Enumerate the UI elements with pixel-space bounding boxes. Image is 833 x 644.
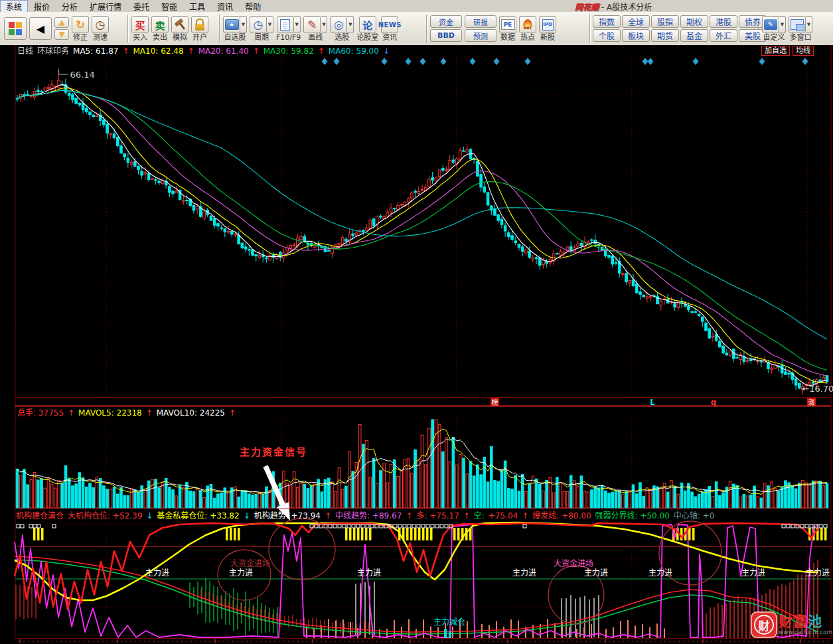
chevron-down-icon[interactable]: ▼ (347, 16, 354, 33)
market-global-button[interactable]: 全球 (622, 15, 650, 28)
toolbar-button-label: 周期 (254, 34, 269, 41)
back-button[interactable]: ◀ (29, 17, 52, 40)
svg-text:主力资金信号: 主力资金信号 (240, 446, 307, 458)
menu-help[interactable]: 帮助 (239, 0, 267, 13)
gavel-icon (173, 18, 187, 31)
toolbar-group: 资金BBD研报预测PE数据HOT热点IPO新股 (429, 12, 558, 45)
research-report-button[interactable]: 研报 (465, 15, 496, 28)
buy-button[interactable]: 买买入 (131, 16, 149, 41)
toolbar-group: ★▼自选股◷▼周期▼F10/F9✎▼画线◎▼选股论论股堂NEWS资讯 (222, 12, 400, 45)
menu-system[interactable]: 系统 (0, 0, 28, 13)
svg-text:66.14: 66.14 (70, 70, 95, 80)
chevron-down-icon[interactable]: ▼ (806, 16, 812, 33)
doc-icon (280, 19, 290, 31)
market-sectors-button[interactable]: 板块 (622, 29, 650, 42)
header-segment: ↑ (68, 408, 74, 418)
toolbar: ◀▲▼↻修正◷测速买买入卖卖出模拟开户★▼自选股◷▼周期▼F10/F9✎▼画线◎… (0, 12, 833, 46)
header-segment: 中心轴: +0 (674, 511, 715, 521)
menu-analysis[interactable]: 分析 (56, 0, 84, 13)
forum-button[interactable]: 论论股堂 (356, 16, 378, 41)
f10-f9-button[interactable]: ▼F10/F9 (276, 16, 301, 41)
chevron-down-icon[interactable]: ▼ (240, 16, 247, 33)
menu-tools[interactable]: 工具 (183, 0, 211, 13)
app-grid-button[interactable] (4, 17, 27, 40)
header-segment: MA20: 61.40 (198, 46, 249, 56)
simulation-button[interactable]: 模拟 (171, 16, 189, 41)
correction-button[interactable]: ↻修正 (72, 16, 89, 41)
header-segment: 中线趋势: +89.67 (335, 511, 402, 521)
svg-text:主力进: 主力进 (648, 568, 672, 578)
page-down-icon[interactable]: ▼ (54, 29, 69, 40)
header-segment: MAVOL10: 24225 (157, 408, 225, 418)
new-shares-button[interactable]: IPO新股 (539, 16, 556, 41)
toolbar-separator (589, 15, 590, 42)
header-segment: MAVOL5: 22318 (78, 408, 142, 418)
market-stocks-button[interactable]: 个股 (593, 29, 621, 42)
header-segment: ↑ (318, 46, 325, 56)
page-up-down-buttons[interactable]: ▲▼ (54, 17, 69, 40)
market-funds-button[interactable]: 基金 (680, 29, 708, 42)
market-stock-index-futures-button[interactable]: 股指 (651, 15, 679, 28)
target-icon: ◎ (334, 19, 344, 31)
refresh-icon: ↻ (76, 19, 85, 31)
multiwindow-icon (791, 19, 804, 30)
market-index-button[interactable]: 指数 (593, 15, 621, 28)
header-segment: +75.04 (489, 511, 518, 521)
menu-bar: 系统 报价 分析 扩展行情 委托 智能 工具 资讯 帮助 同花顺 - A股技术分… (0, 0, 833, 13)
market-options-button[interactable]: 期权 (680, 15, 708, 28)
funds-button[interactable]: 资金 (430, 15, 462, 28)
toolbar-button-label: 热点 (520, 34, 535, 41)
forecast-button[interactable]: 预测 (465, 29, 496, 42)
news-button[interactable]: NEWS资讯 (381, 16, 398, 41)
header-segment: MA10: 62.48 (133, 46, 184, 56)
page-up-icon[interactable]: ▲ (54, 17, 69, 28)
period-button[interactable]: ◷▼周期 (250, 16, 273, 41)
stock-picker-button[interactable]: ◎▼选股 (330, 16, 354, 41)
chevron-down-icon[interactable]: ▼ (294, 16, 301, 33)
menu-extended-quotes[interactable]: 扩展行情 (84, 0, 127, 13)
ma-toggle-button[interactable]: 均线 (793, 46, 814, 56)
chevron-down-icon[interactable]: ▼ (267, 16, 273, 33)
data-button[interactable]: PE数据 (499, 16, 516, 41)
chart-canvas[interactable]: 66.14←16.70榜Lq涨主力资金信号主力进主力进主力进主力进主力进主力进主… (0, 45, 833, 644)
toolbar-button-label: 自定义 (763, 34, 785, 41)
toolbar-group: ✎▼自定义▼多窗口 (761, 12, 814, 45)
toolbar-button-label: 修正 (73, 34, 88, 41)
news-icon: NEWS (378, 21, 402, 29)
draw-line-button[interactable]: ✎▼画线 (303, 16, 327, 41)
sell-button[interactable]: 卖卖出 (151, 16, 169, 41)
hot-icon: HOT (523, 19, 532, 30)
customize-button[interactable]: ✎▼自定义 (762, 16, 786, 41)
svg-text:大资金进场: 大资金进场 (230, 558, 270, 568)
market-forex-button[interactable]: 外汇 (710, 29, 737, 42)
toolbar-group: 指数全球股指期权港股债券个股板块期货基金外汇美股 (592, 12, 767, 45)
forum-icon: 论 (362, 18, 372, 32)
header-segment: ↑ (406, 511, 412, 521)
svg-text:主力减仓: 主力减仓 (433, 617, 465, 627)
menu-smart[interactable]: 智能 (155, 0, 183, 13)
open-account-button[interactable]: 开户 (191, 16, 208, 41)
header-segment: ↑ (253, 46, 260, 56)
multi-window-button[interactable]: ▼多窗口 (789, 16, 812, 41)
watchlist-button[interactable]: ★▼自选股 (223, 16, 247, 41)
hotspot-button[interactable]: HOT热点 (519, 16, 536, 41)
back-arrow-icon: ◀ (37, 23, 44, 35)
folder-star-icon: ★ (225, 19, 239, 30)
menu-trade[interactable]: 委托 (127, 0, 155, 13)
ths-app-window: 系统 报价 分析 扩展行情 委托 智能 工具 资讯 帮助 同花顺 - A股技术分… (0, 0, 833, 644)
header-segment: MA5: 61.87 (73, 46, 118, 56)
menu-quotes[interactable]: 报价 (28, 0, 56, 13)
header-segment: ↑ (146, 408, 153, 418)
menu-news[interactable]: 资讯 (211, 0, 239, 13)
toolbar-separator (127, 15, 128, 42)
toolbar-button-label: 选股 (335, 34, 349, 41)
chevron-down-icon[interactable]: ▼ (321, 16, 327, 33)
add-watchlist-button[interactable]: 加自选 (761, 46, 790, 56)
bbd-button[interactable]: BBD (430, 29, 462, 42)
market-hk-button[interactable]: 港股 (710, 15, 737, 28)
app-grid-icon (9, 22, 22, 35)
speed-test-button[interactable]: ◷测速 (92, 16, 109, 41)
market-futures-button[interactable]: 期货 (651, 29, 679, 42)
chevron-down-icon[interactable]: ▼ (779, 16, 786, 33)
header-segment: 基金私募仓位: +33.82 (157, 511, 239, 521)
